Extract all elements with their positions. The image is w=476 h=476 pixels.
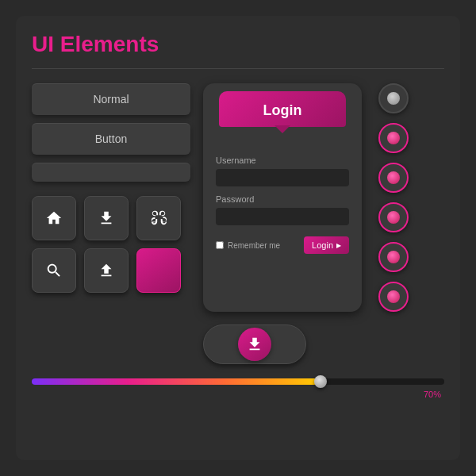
pink-icon-button[interactable] bbox=[136, 248, 181, 293]
command-icon bbox=[150, 209, 167, 227]
username-input[interactable] bbox=[216, 169, 349, 186]
progress-bar-background[interactable] bbox=[32, 378, 444, 385]
radio-item-4[interactable] bbox=[378, 202, 409, 232]
login-submit-button[interactable]: Login bbox=[304, 236, 349, 254]
divider bbox=[32, 68, 444, 69]
progress-section: 70% bbox=[32, 378, 444, 399]
remember-me-label[interactable]: Remember me bbox=[216, 241, 280, 250]
main-area: Normal Button bbox=[32, 83, 444, 312]
radio-dot-4 bbox=[387, 211, 400, 224]
normal-button[interactable]: Normal bbox=[32, 83, 190, 115]
radio-item-1[interactable] bbox=[378, 83, 409, 113]
search-icon bbox=[45, 262, 63, 279]
progress-bar-fill bbox=[32, 378, 321, 385]
download-pill-button[interactable] bbox=[203, 324, 306, 364]
login-panel: Login Username Password Remember me Logi… bbox=[203, 83, 362, 312]
username-label: Username bbox=[216, 155, 349, 165]
login-body: Username Password Remember me Login bbox=[203, 132, 362, 267]
password-label: Password bbox=[216, 194, 349, 204]
radio-item-5[interactable] bbox=[378, 242, 409, 272]
home-button[interactable] bbox=[32, 196, 76, 240]
download-pill-inner bbox=[238, 328, 271, 361]
upload-icon bbox=[98, 262, 115, 279]
download-arrow-icon bbox=[246, 336, 263, 353]
remember-me-checkbox[interactable] bbox=[216, 241, 224, 249]
main-container: UI Elements Normal Button bbox=[16, 16, 460, 460]
radio-dot-1 bbox=[387, 92, 400, 105]
icon-grid bbox=[32, 196, 190, 293]
progress-thumb bbox=[314, 375, 327, 388]
bottom-area bbox=[32, 324, 444, 364]
upload-button[interactable] bbox=[84, 248, 129, 293]
login-footer: Remember me Login bbox=[216, 236, 349, 254]
progress-label: 70% bbox=[32, 390, 444, 399]
radio-dot-5 bbox=[387, 251, 400, 263]
password-input[interactable] bbox=[216, 208, 349, 225]
left-column: Normal Button bbox=[32, 83, 190, 312]
radio-dot-3 bbox=[387, 171, 400, 184]
radio-column bbox=[374, 83, 413, 312]
radio-item-3[interactable] bbox=[378, 163, 409, 193]
radio-dot-2 bbox=[387, 132, 400, 144]
download-icon bbox=[98, 209, 115, 227]
button-button[interactable]: Button bbox=[32, 123, 190, 155]
login-title: Login bbox=[263, 102, 302, 118]
radio-dot-6 bbox=[387, 290, 400, 303]
home-icon bbox=[45, 209, 63, 227]
command-button[interactable] bbox=[136, 196, 181, 240]
search-button[interactable] bbox=[32, 248, 76, 293]
download-button[interactable] bbox=[84, 196, 129, 240]
radio-item-2[interactable] bbox=[378, 123, 409, 153]
login-header: Login bbox=[219, 91, 346, 127]
page-title: UI Elements bbox=[32, 32, 444, 57]
empty-button bbox=[32, 163, 190, 182]
radio-item-6[interactable] bbox=[378, 282, 409, 312]
